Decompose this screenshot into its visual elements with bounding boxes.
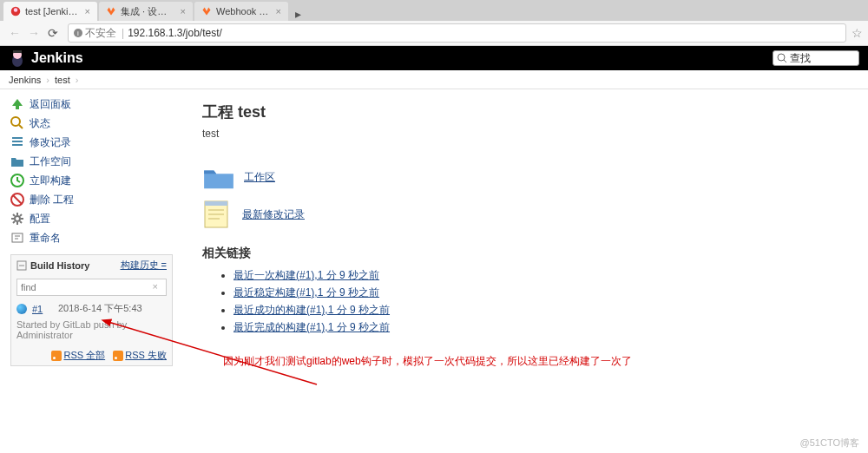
logo-text: Jenkins [31,50,83,66]
tab-strip: test [Jenkins] × 集成 · 设置 · Administr… × … [0,0,868,21]
gear-icon [10,212,24,226]
browser-chrome: test [Jenkins] × 集成 · 设置 · Administr… × … [0,0,868,46]
jenkins-favicon [10,6,21,16]
browser-tab-2[interactable]: Webhook does not wo… × [194,2,288,21]
related-links-list: 最近一次构建(#1),1 分 9 秒之前 最近稳定构建(#1),1 分 9 秒之… [202,268,851,335]
close-icon[interactable]: × [85,6,90,16]
sidebar-item-delete[interactable]: 删除 工程 [5,190,178,209]
jenkins-logo[interactable]: Jenkins [9,49,83,68]
tab-label: test [Jenkins] [25,6,80,16]
svg-point-17 [15,216,20,221]
related-link[interactable]: 最近完成的构建(#1),1 分 9 秒之前 [233,321,390,333]
jenkins-butler-icon [9,49,26,68]
build-history-find-input[interactable] [16,279,167,296]
sidebar-item-configure[interactable]: 配置 [5,209,178,228]
build-row[interactable]: #1 2018-6-14 下午5:43 [11,299,172,318]
sidebar: 返回面板 状态 修改记录 工作空间 立即构建 删除 工程 配置 重命名 [0,89,178,369]
search-placeholder: 查找 [790,51,811,66]
build-desc: Started by GitLab push by Administrator [11,318,172,345]
tab-label: 集成 · 设置 · Administr… [121,5,175,18]
svg-text:i: i [77,30,79,37]
breadcrumb: Jenkins › test › [0,70,868,89]
svg-line-8 [784,60,786,62]
new-tab-button[interactable]: ▸ [290,7,306,21]
browser-tab-0[interactable]: test [Jenkins] × [3,2,97,21]
close-icon[interactable]: × [181,6,186,16]
build-status-ball [16,304,27,314]
main-layout: 返回面板 状态 修改记录 工作空间 立即构建 删除 工程 配置 重命名 [0,89,868,369]
build-datetime: 2018-6-14 下午5:43 [58,302,142,315]
related-link[interactable]: 最近成功的构建(#1),1 分 9 秒之前 [233,304,390,316]
tab-label: Webhook does not wo… [216,6,271,16]
forward-button[interactable]: → [24,23,43,43]
crumb-test[interactable]: test [55,75,70,85]
build-history-box: Build History 构建历史 = × #1 2018-6-14 下午5:… [10,254,173,366]
url-text: 192.168.1.3/job/test/ [128,27,222,39]
svg-rect-11 [12,137,23,139]
crumb-sep: › [76,75,79,85]
no-entry-icon [10,193,24,207]
back-button[interactable]: ← [5,23,24,43]
svg-rect-13 [12,144,23,146]
workspace-block: 工作区 [202,164,851,190]
close-icon[interactable]: × [276,6,281,16]
svg-rect-22 [205,201,227,206]
build-number[interactable]: #1 [32,304,49,314]
rss-all-link[interactable]: RSS 全部 [63,350,105,360]
insecure-badge: i 不安全 [74,26,116,41]
project-description: test [202,128,851,140]
related-heading: 相关链接 [202,246,851,261]
edit-icon [10,231,24,245]
svg-rect-6 [13,50,22,53]
sidebar-item-build-now[interactable]: 立即构建 [5,171,178,190]
svg-point-1 [14,8,18,12]
changes-block: 最新修改记录 [202,199,851,230]
arrow-up-icon [10,97,24,111]
sidebar-item-changes[interactable]: 修改记录 [5,133,178,152]
sidebar-item-rename[interactable]: 重命名 [5,228,178,247]
list-icon [10,135,24,149]
crumb-sep: › [46,75,49,85]
build-history-trend-link[interactable]: 构建历史 = [121,259,167,272]
svg-line-16 [13,195,22,204]
search-box[interactable]: 查找 [773,50,859,66]
page-title: 工程 test [202,102,851,122]
svg-rect-12 [12,141,23,142]
build-history-title: Build History [16,260,89,271]
reload-button[interactable]: ⟳ [43,23,62,43]
svg-point-7 [778,54,785,61]
notepad-icon [202,199,230,230]
svg-point-9 [11,117,20,126]
annotation-text: 因为刚才我们测试gitlab的web钩子时，模拟了一次代码提交，所以这里已经构建… [223,354,851,369]
related-link[interactable]: 最近一次构建(#1),1 分 9 秒之前 [233,269,379,281]
rss-links: RSS 全部 RSS 失败 [11,345,172,365]
browser-tab-1[interactable]: 集成 · 设置 · Administr… × [99,2,193,21]
folder-icon [202,164,235,190]
jenkins-header: Jenkins 查找 [0,46,868,70]
crumb-jenkins[interactable]: Jenkins [9,75,41,85]
clock-icon [10,174,24,187]
main-panel: 工程 test test 工作区 最新修改记录 相关链接 最近一次构建(#1),… [178,89,868,369]
address-bar-row: ← → ⟳ i 不安全 | 192.168.1.3/job/test/ ☆ [0,21,868,45]
clear-icon[interactable]: × [153,281,158,292]
gitlab-favicon [106,6,116,16]
folder-icon [10,154,24,168]
rss-icon [51,351,62,361]
address-bar[interactable]: i 不安全 | 192.168.1.3/job/test/ [68,23,846,43]
build-history-find: × [16,279,167,296]
workspace-link[interactable]: 工作区 [244,170,275,185]
svg-line-10 [19,125,23,128]
rss-fail-link[interactable]: RSS 失败 [125,350,167,360]
bookmark-icon[interactable]: ☆ [852,26,863,40]
watermark: @51CTO博客 [800,437,859,450]
sidebar-item-status[interactable]: 状态 [5,114,178,133]
sidebar-item-back[interactable]: 返回面板 [5,95,178,114]
svg-rect-18 [12,233,23,242]
search-icon [777,53,787,63]
sidebar-item-workspace[interactable]: 工作空间 [5,152,178,171]
changes-link[interactable]: 最新修改记录 [242,207,305,222]
gitlab-favicon [201,6,212,16]
collapse-icon[interactable] [16,260,27,271]
rss-icon [113,351,123,361]
related-link[interactable]: 最近稳定构建(#1),1 分 9 秒之前 [233,286,379,299]
